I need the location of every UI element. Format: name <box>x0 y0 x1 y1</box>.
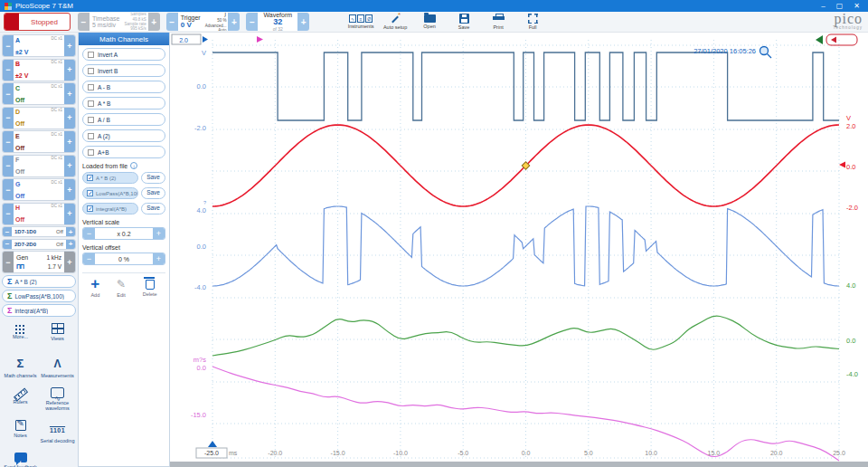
channel-card[interactable]: − C DC x1 Off + <box>2 82 76 105</box>
channel-b-zero-marker[interactable] <box>839 162 845 168</box>
checkbox-unchecked[interactable] <box>88 52 94 58</box>
channel-a-offset-arrow[interactable] <box>203 36 208 43</box>
nav-rulers[interactable]: Rulers <box>2 386 39 418</box>
channel-card[interactable]: − B DC x1 ±2 V + <box>2 59 76 81</box>
channel-decrease-button[interactable]: − <box>3 60 14 81</box>
math-offset-arrow[interactable] <box>257 36 263 43</box>
trigger-increase-button[interactable]: + <box>228 13 240 31</box>
math-preset-row[interactable]: A / B <box>82 113 165 126</box>
timebase-panel[interactable]: Timebase 5 ms/div <box>90 13 122 31</box>
channel-decrease-button[interactable]: − <box>3 108 14 129</box>
channel-increase-button[interactable]: + <box>64 156 75 176</box>
waveform-channel-a[interactable] <box>212 52 839 120</box>
channel-card[interactable]: − H DC x1 Off + <box>2 203 76 225</box>
open-button[interactable]: Open <box>415 13 444 31</box>
math-channel-chip[interactable]: Σ LowPass(A*B,100) <box>2 290 76 302</box>
channel-card[interactable]: − A DC x1 ±2 V + <box>2 34 76 57</box>
channel-card[interactable]: − E DC x1 Off + <box>2 130 76 153</box>
channel-increase-button[interactable]: + <box>64 60 75 81</box>
digital-decrease-button[interactable]: − <box>3 227 12 236</box>
auto-setup-button[interactable]: Auto setup <box>381 13 410 31</box>
channel-decrease-button[interactable]: − <box>3 204 14 224</box>
math-preset-row[interactable]: A+B <box>82 146 165 158</box>
digital-increase-button[interactable]: + <box>66 227 75 236</box>
channel-increase-button[interactable]: + <box>64 83 75 104</box>
loaded-math-toggle[interactable]: ✓ integral(A*B) <box>82 203 138 214</box>
channel-decrease-button[interactable]: − <box>3 83 14 104</box>
digital-port-row[interactable]: − 1D7-1D0 Off + <box>2 226 76 237</box>
instruments-button[interactable]: ∿≡Ø Instruments <box>346 13 375 31</box>
math-preset-row[interactable]: Invert B <box>82 64 165 77</box>
signal-generator-row[interactable]: − Gen 1 kHz ПП 1.7 V + <box>2 251 76 273</box>
trigger-options[interactable]: ∫ 50 % Advanced... Auto <box>203 13 229 31</box>
vscale-decrease-button[interactable]: − <box>83 228 95 239</box>
nav-more[interactable]: More... <box>2 320 39 353</box>
checkbox-unchecked[interactable] <box>88 133 94 139</box>
checkbox-unchecked[interactable] <box>88 149 94 156</box>
channel-card[interactable]: − D DC x1 Off + <box>2 107 76 129</box>
channel-card[interactable]: − G DC x1 Off + <box>2 178 76 201</box>
save-math-button[interactable]: Save <box>141 203 165 214</box>
print-button[interactable]: Print <box>484 13 513 31</box>
checkbox-checked[interactable]: ✓ <box>87 175 93 181</box>
checkbox-unchecked[interactable] <box>88 100 94 107</box>
checkbox-checked[interactable]: ✓ <box>87 205 93 212</box>
nav-views[interactable]: Views <box>39 320 76 353</box>
vscale-increase-button[interactable]: + <box>153 228 165 239</box>
info-icon[interactable]: i <box>130 162 137 169</box>
trigger-panel[interactable]: Trigger 0 V <box>178 13 203 31</box>
scope-display[interactable]: V0.0-2.0V2.00.0-2.0?4.00.0-4.04.00.0-4.0… <box>170 33 868 467</box>
nav-send-feedback[interactable]: Send feedback <box>2 451 39 467</box>
waveform-next-button[interactable]: + <box>297 13 309 31</box>
magnifier-icon[interactable] <box>760 47 772 59</box>
waveform-prev-button[interactable]: − <box>246 13 258 31</box>
scope-canvas[interactable]: V0.0-2.0V2.00.0-2.0?4.00.0-4.04.00.0-4.0… <box>170 33 868 467</box>
channel-decrease-button[interactable]: − <box>3 131 14 152</box>
timebase-decrease-button[interactable]: − <box>78 13 90 31</box>
trigger-decrease-button[interactable]: − <box>166 13 178 31</box>
nav-math-channels[interactable]: Math channels <box>2 353 39 386</box>
nav-measurements[interactable]: Measurements <box>39 353 76 386</box>
horizontal-scrollbar[interactable] <box>170 462 868 467</box>
voffset-decrease-button[interactable]: − <box>83 253 95 264</box>
close-button[interactable]: ✕ <box>854 2 860 10</box>
waveform-math-lowpass[interactable] <box>212 316 839 356</box>
channel-increase-button[interactable]: + <box>64 108 75 129</box>
loaded-math-toggle[interactable]: ✓ A * B (2) <box>82 172 138 184</box>
checkbox-unchecked[interactable] <box>88 117 94 123</box>
full-button[interactable]: Full <box>518 13 547 31</box>
checkbox-checked[interactable]: ✓ <box>87 190 93 196</box>
stopped-button[interactable]: Stopped <box>4 13 71 31</box>
channel-decrease-button[interactable]: − <box>3 179 14 200</box>
generator-decrease-button[interactable]: − <box>3 252 14 272</box>
math-preset-row[interactable]: A - B <box>82 81 165 93</box>
edit-math-button[interactable]: ✎ Edit <box>117 278 126 298</box>
nav-serial-decoding[interactable]: Serial decoding <box>39 418 76 451</box>
add-math-button[interactable]: + Add <box>90 278 99 298</box>
math-preset-row[interactable]: A * B <box>82 97 165 110</box>
nav-reference-waveforms[interactable]: Reference waveforms <box>39 386 76 418</box>
channel-increase-button[interactable]: + <box>64 204 75 224</box>
minimize-button[interactable]: – <box>821 2 825 10</box>
channel-increase-button[interactable]: + <box>64 35 75 56</box>
checkbox-unchecked[interactable] <box>88 68 94 74</box>
delete-math-button[interactable]: Delete <box>143 278 157 298</box>
channel-decrease-button[interactable]: − <box>3 35 14 56</box>
channel-decrease-button[interactable]: − <box>3 156 14 176</box>
waveform-math-product[interactable] <box>212 206 839 286</box>
maximize-button[interactable]: ▢ <box>836 2 844 10</box>
timebase-increase-button[interactable]: + <box>148 13 160 31</box>
digital-decrease-button[interactable]: − <box>3 240 12 249</box>
math-preset-row[interactable]: Invert A <box>82 48 165 61</box>
voffset-increase-button[interactable]: + <box>153 253 165 264</box>
channel-increase-button[interactable]: + <box>64 179 75 200</box>
digital-increase-button[interactable]: + <box>66 240 75 249</box>
generator-increase-button[interactable]: + <box>64 252 75 272</box>
save-button[interactable]: Save <box>449 13 478 31</box>
save-math-button[interactable]: Save <box>141 172 165 184</box>
waveform-nav-arrow[interactable] <box>831 37 836 43</box>
nav-notes[interactable]: Notes <box>2 418 39 451</box>
math-channel-chip[interactable]: Σ integral(A*B) <box>2 304 76 317</box>
digital-port-row[interactable]: − 2D7-2D0 Off + <box>2 239 76 250</box>
waveform-prev-arrow[interactable] <box>816 35 823 44</box>
